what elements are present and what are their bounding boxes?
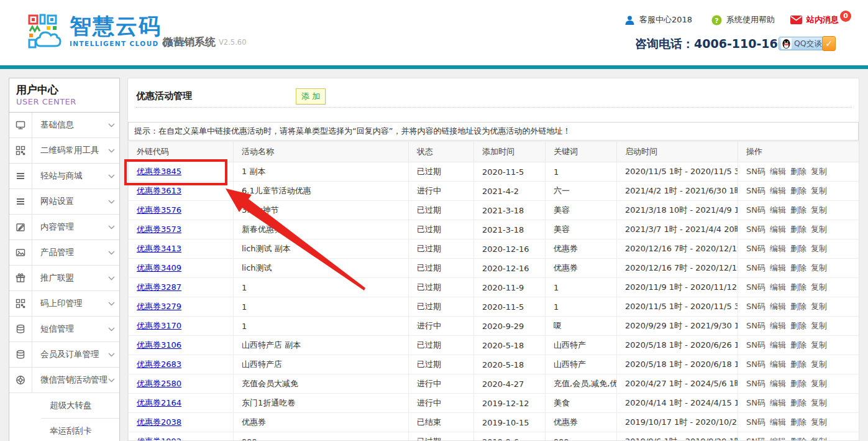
action-copy[interactable]: 复制 [811, 167, 827, 176]
action-copy[interactable]: 复制 [811, 340, 827, 350]
action-sn-code[interactable]: SN码 [746, 437, 765, 441]
action-delete[interactable]: 删除 [790, 379, 806, 388]
action-sn-code[interactable]: SN码 [746, 186, 765, 195]
action-sn-code[interactable]: SN码 [746, 379, 765, 388]
action-copy[interactable]: 复制 [811, 302, 827, 311]
sidebar-item-product-mgmt[interactable]: 产品管理 [9, 240, 119, 266]
action-edit[interactable]: 编辑 [770, 302, 786, 311]
coupon-link[interactable]: 优惠券3287 [137, 282, 181, 292]
coupon-link[interactable]: 优惠券3279 [137, 302, 181, 311]
action-copy[interactable]: 复制 [811, 225, 827, 234]
sidebar-subitem-lucky-scratch[interactable]: 幸运刮刮卡 [41, 419, 119, 441]
action-edit[interactable]: 编辑 [770, 398, 786, 407]
action-sn-code[interactable]: SN码 [746, 340, 765, 350]
action-edit[interactable]: 编辑 [770, 379, 786, 388]
sidebar-item-qr-tools[interactable]: 二维码常用工具 [9, 138, 119, 164]
action-edit[interactable]: 编辑 [770, 360, 786, 369]
action-copy[interactable]: 复制 [811, 417, 827, 427]
coupon-link[interactable]: 优惠券1992 [137, 437, 181, 441]
start-time-cell: 2020/4/14 1时 - 2024/4/15 1时 [617, 394, 738, 413]
coupon-link[interactable]: 优惠券3170 [137, 321, 181, 330]
sidebar-item-website-settings[interactable]: 网站设置 [9, 189, 119, 215]
action-copy[interactable]: 复制 [811, 186, 827, 195]
action-sn-code[interactable]: SN码 [746, 302, 765, 311]
sidebar-subitem-big-wheel[interactable]: 超级大转盘 [41, 393, 119, 419]
action-sn-code[interactable]: SN码 [746, 244, 765, 253]
action-edit[interactable]: 编辑 [770, 282, 786, 292]
coupon-link[interactable]: 优惠券3613 [137, 186, 181, 195]
coupon-link[interactable]: 优惠券3573 [137, 225, 181, 234]
action-delete[interactable]: 删除 [790, 398, 806, 407]
action-copy[interactable]: 复制 [811, 321, 827, 330]
action-edit[interactable]: 编辑 [770, 186, 786, 195]
action-delete[interactable]: 删除 [790, 225, 806, 234]
sidebar-item-sms-mgmt[interactable]: 短信管理 [9, 317, 119, 342]
action-sn-code[interactable]: SN码 [746, 360, 765, 369]
qq-chat-button[interactable]: QQ交谈 [779, 37, 826, 50]
action-sn-code[interactable]: SN码 [746, 398, 765, 407]
sidebar-item-wechat-marketing-mgmt[interactable]: 微信营销活动管理 [9, 368, 119, 393]
action-sn-code[interactable]: SN码 [746, 321, 765, 330]
action-edit[interactable]: 编辑 [770, 321, 786, 330]
action-delete[interactable]: 删除 [790, 437, 806, 441]
coupon-link[interactable]: 优惠券3845 [137, 167, 181, 176]
action-delete[interactable]: 删除 [790, 340, 806, 350]
action-delete[interactable]: 删除 [790, 167, 806, 176]
sidebar-item-code-print-mgmt[interactable]: 码上印管理 [9, 291, 119, 317]
action-delete[interactable]: 删除 [790, 302, 806, 311]
site-messages-link[interactable]: 站内消息 0 [790, 14, 851, 26]
chevron-down-icon [108, 378, 115, 383]
keyword-cell: 999 [546, 432, 617, 441]
action-edit[interactable]: 编辑 [770, 225, 786, 234]
coupon-link[interactable]: 优惠券3409 [137, 263, 181, 272]
action-edit[interactable]: 编辑 [770, 437, 786, 441]
action-edit[interactable]: 编辑 [770, 263, 786, 272]
sidebar-item-promotion-alliance[interactable]: 推广联盟 [9, 266, 119, 291]
sidebar-item-member-order-mgmt[interactable]: 会员及订单管理 [9, 342, 119, 368]
action-edit[interactable]: 编辑 [770, 417, 786, 427]
action-edit[interactable]: 编辑 [770, 167, 786, 176]
link-code-cell: 优惠券3613 [129, 182, 234, 201]
action-edit[interactable]: 编辑 [770, 244, 786, 253]
action-edit[interactable]: 编辑 [770, 205, 786, 215]
action-delete[interactable]: 删除 [790, 205, 806, 215]
start-time-cell: 2020/11/9 1时 - 2020/11/12 1时 [617, 278, 738, 297]
action-copy[interactable]: 复制 [811, 437, 827, 441]
action-delete[interactable]: 删除 [790, 321, 806, 330]
sidebar-item-basic-info[interactable]: 基础信息 [9, 113, 119, 138]
sidebar-item-content-mgmt[interactable]: 内容管理 [9, 215, 119, 240]
action-copy[interactable]: 复制 [811, 282, 827, 292]
action-copy[interactable]: 复制 [811, 379, 827, 388]
coupon-link[interactable]: 优惠券3413 [137, 244, 181, 253]
action-sn-code[interactable]: SN码 [746, 263, 765, 272]
coupon-link[interactable]: 优惠券3576 [137, 205, 181, 215]
sidebar-item-lite-site-mall[interactable]: 轻站与商城 [9, 164, 119, 189]
action-delete[interactable]: 删除 [790, 263, 806, 272]
action-copy[interactable]: 复制 [811, 263, 827, 272]
action-sn-code[interactable]: SN码 [746, 205, 765, 215]
action-sn-code[interactable]: SN码 [746, 167, 765, 176]
action-sn-code[interactable]: SN码 [746, 282, 765, 292]
service-center-link[interactable]: 客服中心2018 [624, 14, 692, 26]
action-delete[interactable]: 删除 [790, 186, 806, 195]
action-copy[interactable]: 复制 [811, 244, 827, 253]
action-delete[interactable]: 删除 [790, 417, 806, 427]
status-cell: 已过期 [409, 201, 474, 220]
action-copy[interactable]: 复制 [811, 360, 827, 369]
system-help-link[interactable]: ? 系统使用帮助 [711, 14, 775, 26]
action-delete[interactable]: 删除 [790, 360, 806, 369]
action-copy[interactable]: 复制 [811, 205, 827, 215]
action-delete[interactable]: 删除 [790, 244, 806, 253]
action-edit[interactable]: 编辑 [770, 340, 786, 350]
coupon-link[interactable]: 优惠券2683 [137, 360, 181, 369]
action-sn-code[interactable]: SN码 [746, 417, 765, 427]
action-sn-code[interactable]: SN码 [746, 225, 765, 234]
coupon-link[interactable]: 优惠券2038 [137, 417, 181, 427]
action-copy[interactable]: 复制 [811, 398, 827, 407]
table-row: 优惠券3845 1 副本 已过期 2020-11-5 1 2020/11/5 1… [129, 162, 859, 182]
add-button[interactable]: 添 加 [296, 88, 326, 104]
coupon-link[interactable]: 优惠券2580 [137, 379, 181, 388]
action-delete[interactable]: 删除 [790, 282, 806, 292]
coupon-link[interactable]: 优惠券2164 [137, 398, 181, 407]
coupon-link[interactable]: 优惠券3106 [137, 340, 181, 350]
